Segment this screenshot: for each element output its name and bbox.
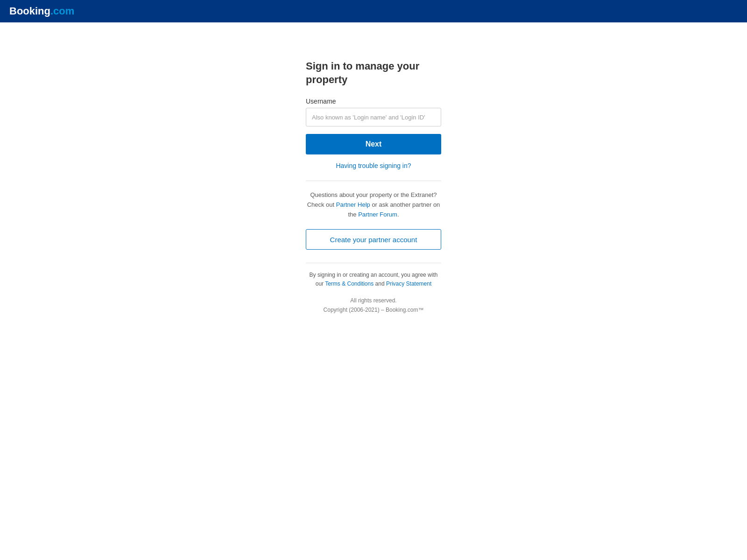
main-content: Sign in to manage your property Username… [0, 22, 747, 315]
copyright-line1: All rights reserved. [350, 297, 396, 304]
terms-text: By signing in or creating an account, yo… [306, 271, 441, 288]
logo-booking-text: Booking [9, 5, 50, 17]
divider-1 [306, 181, 441, 181]
help-text: Questions about your property or the Ext… [306, 190, 441, 219]
copyright-line2: Copyright (2006-2021) – Booking.com™ [324, 307, 424, 313]
terms-conditions-link[interactable]: Terms & Conditions [325, 280, 374, 287]
username-label: Username [306, 98, 441, 105]
logo: Booking .com [9, 5, 74, 17]
create-partner-account-button[interactable]: Create your partner account [306, 229, 441, 250]
page-header: Booking .com [0, 0, 747, 22]
username-field-group: Username [306, 98, 441, 126]
next-button[interactable]: Next [306, 134, 441, 154]
trouble-signing-in-link[interactable]: Having trouble signing in? [306, 162, 441, 169]
copyright-text: All rights reserved. Copyright (2006-202… [306, 296, 441, 315]
partner-help-link[interactable]: Partner Help [336, 201, 370, 208]
privacy-statement-link[interactable]: Privacy Statement [386, 280, 431, 287]
logo-dotcom-text: .com [50, 5, 74, 17]
sign-in-form-container: Sign in to manage your property Username… [306, 60, 441, 315]
divider-2 [306, 263, 441, 263]
help-text-suffix: . [397, 211, 399, 218]
username-input[interactable] [306, 108, 441, 126]
page-title: Sign in to manage your property [306, 60, 441, 86]
terms-middle: and [374, 280, 386, 287]
partner-forum-link[interactable]: Partner Forum [358, 211, 397, 218]
